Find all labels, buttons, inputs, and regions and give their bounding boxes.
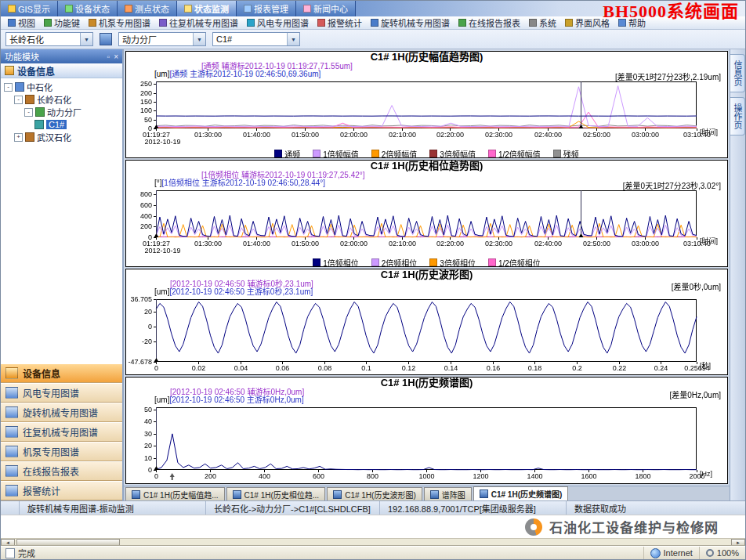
waveform-plot[interactable] (126, 296, 728, 376)
menu-item-视图[interactable]: 视图 (4, 16, 39, 29)
menu-item-风电专用图谱[interactable]: 风电专用图谱 (243, 16, 313, 29)
toolbar-combo-row: 长岭石化▼动力分厂▼C1#▼ (1, 30, 745, 49)
chevron-down-icon[interactable]: ▼ (80, 33, 92, 45)
chart-tab-icon (233, 490, 241, 499)
collapse-icon[interactable]: - (14, 96, 23, 104)
scroll-left-icon[interactable]: ◄ (1, 539, 15, 546)
horizontal-scrollbar[interactable]: ◄ ► (1, 538, 745, 546)
menu-item-label: 视图 (18, 16, 35, 29)
chart-tab-icon (480, 490, 488, 498)
menu-item-icon (89, 19, 96, 27)
menu-item-往复机械专用图谱[interactable]: 往复机械专用图谱 (155, 16, 242, 29)
tree-node-icon (25, 95, 34, 104)
sidebar-button-旋转机械专用图谱[interactable]: 旋转机械专用图谱 (1, 403, 122, 422)
menu-item-功能键[interactable]: 功能键 (40, 16, 84, 29)
main-cursor-text: [1倍频相位 主游标2012-10-19 02:46:50,28.44°] (162, 179, 326, 187)
menu-item-label: 风电专用图谱 (257, 16, 309, 29)
top-tab-label: 设备状态 (75, 2, 110, 15)
combo-select-C1#[interactable]: C1#▼ (212, 32, 300, 46)
sidebar-button-风电专用图谱[interactable]: 风电专用图谱 (1, 383, 122, 403)
sidebar-button-往复机械专用图谱[interactable]: 往复机械专用图谱 (1, 422, 122, 442)
main-cursor-text: [2012-10-19 02:46:50 主游标0Hz,0um] (169, 396, 303, 404)
chart-panel-spectrum: C1# 1H(历史频谱图)[2012-10-19 02:46:50 辅游标0Hz… (125, 377, 728, 484)
bottom-tab-谱阵图[interactable]: 谱阵图 (424, 487, 472, 500)
top-tab-GIS显示[interactable]: GIS显示 (1, 1, 58, 16)
menu-item-系统[interactable]: 系统 (525, 16, 560, 29)
top-tab-状态监测[interactable]: 状态监测 (177, 1, 237, 16)
collapse-icon[interactable]: - (4, 83, 13, 92)
chart-legend: 1倍频相位2倍频相位3倍频相位1/2倍频相位 (126, 258, 727, 267)
sidebar-button-label: 在线报告报表 (23, 464, 79, 478)
tree-item-长岭石化[interactable]: -长岭石化 (4, 93, 122, 106)
watermark-logo-icon (525, 518, 542, 536)
combo-value: 动力分厂 (122, 33, 157, 45)
top-tab-设备状态[interactable]: 设备状态 (58, 1, 118, 16)
sidebar-button-icon (5, 465, 18, 477)
legend-label: 3倍频相位 (440, 259, 476, 267)
sidebar-button-在线报告报表[interactable]: 在线报告报表 (1, 461, 122, 481)
bottom-tab-C1# 1H(历史波形图)[interactable]: C1# 1H(历史波形图) (327, 487, 422, 500)
legend-label: 1倍频相位 (323, 259, 359, 267)
menu-item-报警统计[interactable]: 报警统计 (313, 16, 366, 29)
close-icon[interactable]: × (114, 52, 118, 61)
scrollbar-thumb[interactable] (16, 539, 120, 546)
tree-item-动力分厂[interactable]: -动力分厂 (4, 106, 122, 118)
scrollbar-track[interactable] (120, 539, 731, 546)
legend-item-残频: 残频 (553, 148, 579, 158)
menu-item-label: 报警统计 (328, 16, 362, 29)
side-tab-信息页[interactable]: 信息页 (730, 54, 745, 92)
menu-item-icon (565, 19, 573, 27)
menu-item-icon (458, 19, 466, 27)
top-tab-测点状态[interactable]: 测点状态 (118, 1, 177, 16)
combo-select-动力分厂[interactable]: 动力分厂▼ (118, 32, 206, 46)
browser-zone-label: Internet (664, 548, 693, 558)
expand-icon[interactable]: + (14, 133, 23, 142)
browser-zoom-cell[interactable]: 100% (699, 547, 745, 559)
bottom-tab-C1# 1H(历史幅值趋...[interactable]: C1# 1H(历史幅值趋... (125, 487, 225, 500)
legend-swatch (274, 150, 282, 157)
bottom-tab-C1# 1H(历史相位趋...[interactable]: C1# 1H(历史相位趋... (226, 487, 326, 500)
top-tabs-container: GIS显示设备状态测点状态状态监测报表管理新闻中心 (1, 1, 356, 16)
sidebar-button-label: 报警统计 (23, 484, 60, 497)
menu-item-label: 功能键 (54, 16, 80, 29)
menu-item-旋转机械专用图谱[interactable]: 旋转机械专用图谱 (367, 16, 454, 29)
sidebar-button-报警统计[interactable]: 报警统计 (1, 481, 122, 500)
chart-stack: C1# 1H(历史幅值趋势图)[通频 辅游标2012-10-19 01:19:2… (124, 49, 730, 486)
sidebar-button-设备信息[interactable]: 设备信息 (1, 363, 122, 383)
top-tab-报表管理[interactable]: 报表管理 (237, 1, 296, 16)
menu-item-label: 系统 (539, 16, 556, 29)
legend-item-1倍频幅值: 1倍频幅值 (313, 148, 359, 158)
top-tab-label: GIS显示 (18, 2, 50, 15)
legend-item-2倍频幅值: 2倍频幅值 (371, 148, 418, 158)
menu-item-label: 机泵专用图谱 (99, 16, 150, 29)
scroll-right-icon[interactable]: ► (731, 539, 745, 546)
chevron-down-icon[interactable]: ▼ (287, 33, 299, 45)
collapse-icon[interactable]: - (24, 108, 33, 117)
menu-item-机泵专用图谱[interactable]: 机泵专用图谱 (85, 16, 154, 29)
legend-label: 残频 (563, 150, 579, 158)
legend-swatch (429, 258, 437, 266)
chevron-down-icon[interactable]: ▼ (193, 33, 205, 45)
amplitude-trend-plot[interactable] (126, 78, 728, 149)
function-module-panel: 功能模块 ▫ × 设备信息 -中石化-长岭石化-动力分厂C1#+武汉石化 设备信… (1, 49, 124, 500)
sidebar-button-机泵专用图谱[interactable]: 机泵专用图谱 (1, 442, 122, 461)
phase-trend-plot[interactable] (126, 187, 728, 258)
tree-item-C1#[interactable]: C1# (4, 118, 122, 131)
browser-zone-cell: Internet (643, 547, 699, 559)
menu-item-在线报告报表[interactable]: 在线报告报表 (454, 16, 524, 29)
side-tab-操作页[interactable]: 操作页 (730, 97, 745, 135)
menu-item-label: 旋转机械专用图谱 (381, 16, 450, 29)
panel-title: 功能模块 (5, 50, 39, 63)
top-tab-新闻中心[interactable]: 新闻中心 (296, 1, 356, 16)
bottom-tab-C1# 1H(历史频谱图)[interactable]: C1# 1H(历史频谱图) (473, 486, 569, 500)
pin-icon[interactable]: ▫ (107, 52, 110, 61)
combo-select-长岭石化[interactable]: 长岭石化▼ (5, 32, 93, 46)
spectrum-plot[interactable] (126, 404, 728, 484)
browser-status-text: 完成 (18, 547, 35, 559)
tree-node-icon (34, 120, 44, 129)
tree-item-中石化[interactable]: -中石化 (4, 81, 122, 93)
legend-label: 2倍频幅值 (382, 150, 418, 158)
tree-item-武汉石化[interactable]: +武汉石化 (4, 131, 122, 143)
top-tab-label: 状态监测 (194, 2, 229, 15)
y-axis-unit-label: [um] (154, 287, 169, 296)
